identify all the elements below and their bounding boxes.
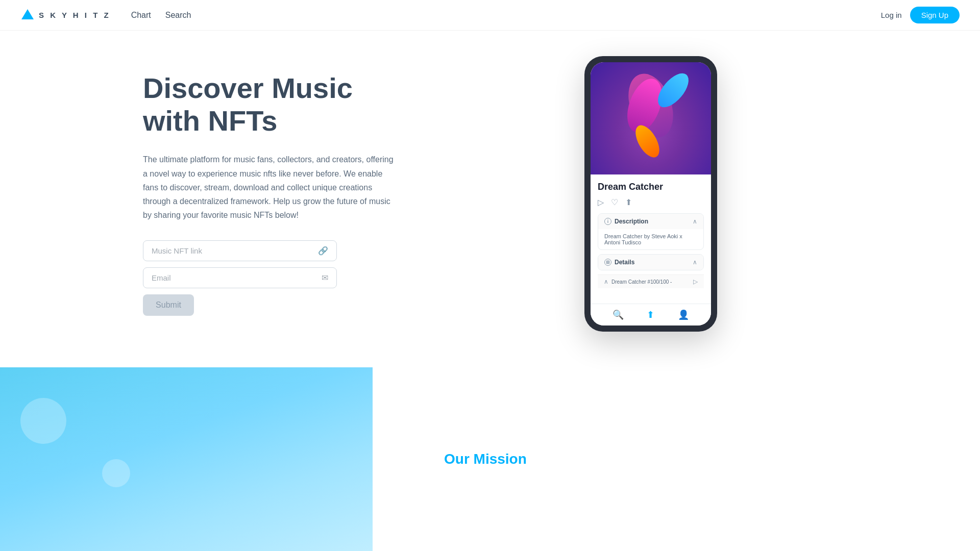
phone-mockup-container: Dream Catcher ▷ ♡ ⬆ i Description bbox=[424, 56, 878, 332]
phone-content: Dream Catcher ▷ ♡ ⬆ i Description bbox=[591, 174, 711, 304]
description-label: i Description bbox=[604, 218, 648, 225]
track-title: Dream Catcher bbox=[598, 182, 704, 192]
description-header[interactable]: i Description ∧ bbox=[598, 214, 703, 229]
phone-screen: Dream Catcher ▷ ♡ ⬆ i Description bbox=[591, 62, 711, 325]
footer-play-icon[interactable]: ▷ bbox=[693, 278, 698, 285]
signup-button[interactable]: Sign Up bbox=[910, 7, 960, 23]
home-bottom-icon[interactable]: ⬆ bbox=[647, 309, 654, 320]
navbar: S K Y H I T Z Chart Search Log in Sign U… bbox=[0, 0, 980, 31]
hero-form: 🔗 ✉ Submit bbox=[143, 240, 337, 316]
email-input[interactable] bbox=[152, 273, 322, 282]
expand-icon: ∧ bbox=[604, 278, 608, 285]
info-icon: i bbox=[604, 218, 611, 225]
bottom-right-content: Our Mission bbox=[373, 367, 980, 551]
nav-search[interactable]: Search bbox=[160, 8, 197, 23]
phone-bottom-nav: 🔍 ⬆ 👤 bbox=[591, 304, 711, 325]
hero-title: Discover Music with NFTs bbox=[143, 72, 424, 138]
hero-title-line1: Discover Music bbox=[143, 72, 353, 104]
heart-icon[interactable]: ♡ bbox=[611, 197, 618, 207]
footer-track-text: Dream Catcher #100/100 - bbox=[611, 279, 693, 285]
share-icon[interactable]: ⬆ bbox=[625, 197, 632, 207]
hero-section: Discover Music with NFTs The ultimate pl… bbox=[0, 0, 980, 367]
details-section: ⊞ Details ∧ bbox=[598, 254, 704, 270]
phone-album-art bbox=[591, 62, 711, 174]
details-header[interactable]: ⊞ Details ∧ bbox=[598, 255, 703, 270]
description-content: Dream Catcher by Steve Aoki x Antoni Tud… bbox=[598, 229, 703, 249]
hero-description: The ultimate platform for music fans, co… bbox=[143, 153, 398, 222]
mission-title: Our Mission bbox=[444, 451, 527, 467]
logo-link[interactable]: S K Y H I T Z bbox=[20, 8, 111, 22]
submit-button[interactable]: Submit bbox=[143, 294, 194, 316]
svg-marker-0 bbox=[21, 9, 34, 19]
phone-frame: Dream Catcher ▷ ♡ ⬆ i Description bbox=[584, 56, 717, 332]
description-chevron-icon: ∧ bbox=[693, 218, 697, 225]
orb-1 bbox=[20, 398, 66, 444]
email-input-wrapper: ✉ bbox=[143, 267, 337, 288]
details-label: ⊞ Details bbox=[604, 259, 634, 266]
nav-chart[interactable]: Chart bbox=[126, 8, 156, 23]
profile-bottom-icon[interactable]: 👤 bbox=[678, 309, 689, 320]
orb-2 bbox=[102, 459, 130, 487]
login-link[interactable]: Log in bbox=[881, 11, 902, 19]
flower-art bbox=[591, 62, 711, 174]
logo-icon bbox=[20, 8, 35, 22]
search-bottom-icon[interactable]: 🔍 bbox=[612, 309, 624, 320]
nav-right: Log in Sign Up bbox=[881, 7, 960, 23]
nft-link-input[interactable] bbox=[152, 246, 318, 255]
hero-content: Discover Music with NFTs The ultimate pl… bbox=[143, 72, 424, 316]
link-icon: 🔗 bbox=[318, 246, 328, 256]
track-controls: ▷ ♡ ⬆ bbox=[598, 197, 704, 207]
grid-icon: ⊞ bbox=[604, 259, 611, 266]
nft-input-wrapper: 🔗 bbox=[143, 240, 337, 261]
description-section: i Description ∧ Dream Catcher by Steve A… bbox=[598, 213, 704, 250]
bottom-section: Our Mission bbox=[0, 367, 980, 551]
play-icon[interactable]: ▷ bbox=[598, 197, 604, 207]
details-chevron-icon: ∧ bbox=[693, 259, 697, 266]
logo-text: S K Y H I T Z bbox=[39, 11, 111, 19]
nav-links: Chart Search bbox=[126, 8, 197, 23]
phone-footer-strip: ∧ Dream Catcher #100/100 - ▷ bbox=[598, 274, 704, 288]
hero-title-line2: with NFTs bbox=[143, 105, 277, 137]
email-icon: ✉ bbox=[322, 273, 328, 283]
bottom-left-blue bbox=[0, 367, 373, 551]
